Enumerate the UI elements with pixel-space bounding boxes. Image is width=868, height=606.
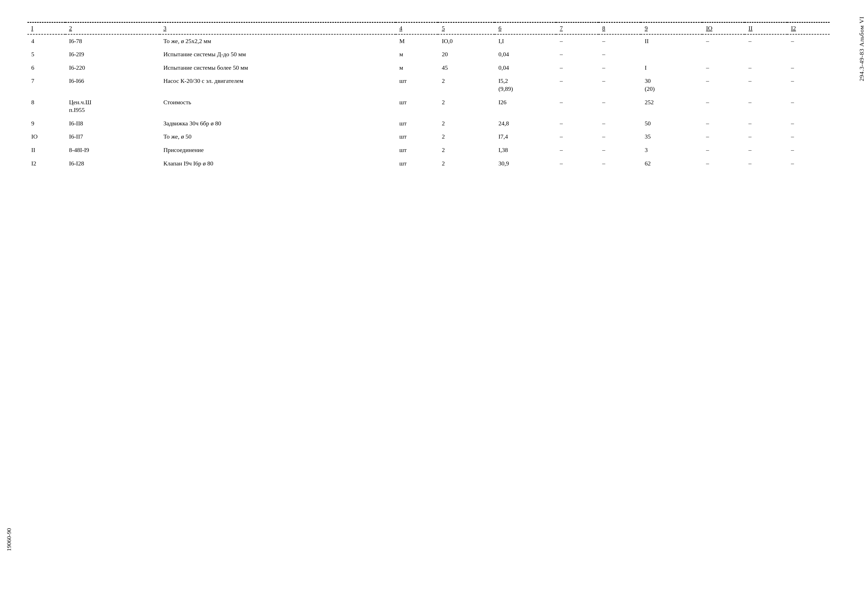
cell-2-6: – (556, 61, 598, 75)
header-col-5: 5 (438, 22, 494, 34)
cell-1-4: 20 (438, 48, 494, 61)
table-row: 6I6-220Испытание системы более 50 ммм450… (28, 61, 829, 75)
cell-8-6: – (556, 157, 598, 170)
header-col-2: 2 (65, 22, 160, 34)
table-row: 8Цен.ч.Шп.I955Стоимостьшт2I26––252––– (28, 96, 829, 117)
cell-4-3: шт (395, 96, 438, 117)
cell-8-2: Клапан I9ч I6р ø 80 (160, 157, 395, 170)
cell-5-11: – (787, 117, 829, 130)
cell-1-3: м (395, 48, 438, 61)
header-col-10: IO (702, 22, 745, 34)
main-table: I 2 3 4 5 6 7 8 9 IO II I2 4I6-78То же, … (28, 22, 829, 170)
cell-2-5: 0,04 (494, 61, 556, 75)
cell-3-2: Насос К-20/30 с эл. двигателем (160, 75, 395, 95)
cell-8-4: 2 (438, 157, 494, 170)
cell-4-4: 2 (438, 96, 494, 117)
cell-3-8: 30(20) (641, 75, 702, 95)
cell-0-2: То же, ø 25х2,2 мм (160, 34, 395, 48)
cell-4-0: 8 (28, 96, 65, 117)
cell-7-10: – (745, 143, 787, 157)
bottom-left-label: 19060-90 (6, 528, 12, 551)
cell-8-5: 30,9 (494, 157, 556, 170)
cell-2-0: 6 (28, 61, 65, 75)
cell-8-10: – (745, 157, 787, 170)
cell-7-7: – (598, 143, 641, 157)
cell-4-8: 252 (641, 96, 702, 117)
table-row: 5I6-2I9Испытание системы Д-до 50 ммм200,… (28, 48, 829, 61)
cell-6-10: – (745, 130, 787, 143)
cell-5-0: 9 (28, 117, 65, 130)
header-col-4: 4 (395, 22, 438, 34)
cell-6-0: IO (28, 130, 65, 143)
header-col-7: 7 (556, 22, 598, 34)
table-row: 9I6-II8Задвижка 30ч 6бр ø 80шт224,8––50–… (28, 117, 829, 130)
cell-0-3: М (395, 34, 438, 48)
cell-2-2: Испытание системы более 50 мм (160, 61, 395, 75)
cell-2-9: – (702, 61, 745, 75)
cell-7-4: 2 (438, 143, 494, 157)
cell-4-5: I26 (494, 96, 556, 117)
cell-7-0: II (28, 143, 65, 157)
header-col-1: I (28, 22, 65, 34)
header-col-11: II (745, 22, 787, 34)
cell-7-9: – (702, 143, 745, 157)
header-col-8: 8 (598, 22, 641, 34)
cell-2-11: – (787, 61, 829, 75)
cell-3-9: – (702, 75, 745, 95)
cell-1-1: I6-2I9 (65, 48, 160, 61)
cell-6-11: – (787, 130, 829, 143)
cell-7-11: – (787, 143, 829, 157)
cell-8-3: шт (395, 157, 438, 170)
cell-3-10: – (745, 75, 787, 95)
cell-7-1: 8-48I-I9 (65, 143, 160, 157)
cell-2-4: 45 (438, 61, 494, 75)
cell-6-3: шт (395, 130, 438, 143)
cell-0-1: I6-78 (65, 34, 160, 48)
cell-3-4: 2 (438, 75, 494, 95)
cell-1-5: 0,04 (494, 48, 556, 61)
cell-7-2: Присоединение (160, 143, 395, 157)
cell-2-1: I6-220 (65, 61, 160, 75)
cell-5-6: – (556, 117, 598, 130)
cell-2-10: – (745, 61, 787, 75)
cell-4-10: – (745, 96, 787, 117)
cell-0-11: – (787, 34, 829, 48)
cell-8-8: 62 (641, 157, 702, 170)
table-row: IOI6-II7То же, ø 50шт2I7,4––35––– (28, 130, 829, 143)
header-col-3: 3 (160, 22, 395, 34)
cell-8-9: – (702, 157, 745, 170)
cell-0-0: 4 (28, 34, 65, 48)
cell-6-6: – (556, 130, 598, 143)
cell-5-3: шт (395, 117, 438, 130)
cell-1-7: – (598, 48, 641, 61)
cell-5-8: 50 (641, 117, 702, 130)
cell-4-2: Стоимость (160, 96, 395, 117)
header-col-9: 9 (641, 22, 702, 34)
right-label: 294.3-49-83 Альбом VI (858, 17, 865, 81)
cell-1-6: – (556, 48, 598, 61)
cell-4-1: Цен.ч.Шп.I955 (65, 96, 160, 117)
page-container: 294.3-49-83 Альбом VI 19060-90 I 2 3 4 5… (0, 0, 868, 606)
cell-6-8: 35 (641, 130, 702, 143)
cell-3-11: – (787, 75, 829, 95)
cell-7-8: 3 (641, 143, 702, 157)
cell-5-9: – (702, 117, 745, 130)
cell-3-7: – (598, 75, 641, 95)
cell-2-8: I (641, 61, 702, 75)
cell-1-11 (787, 48, 829, 61)
cell-5-1: I6-II8 (65, 117, 160, 130)
table-row: II8-48I-I9Присоединениешт2I,38––3––– (28, 143, 829, 157)
table-row: I2I6-I28Клапан I9ч I6р ø 80шт230,9––62––… (28, 157, 829, 170)
cell-6-7: – (598, 130, 641, 143)
cell-4-11: – (787, 96, 829, 117)
cell-8-0: I2 (28, 157, 65, 170)
table-row: 7I6-I66Насос К-20/30 с эл. двигателемшт2… (28, 75, 829, 95)
cell-4-9: – (702, 96, 745, 117)
cell-4-7: – (598, 96, 641, 117)
cell-1-0: 5 (28, 48, 65, 61)
cell-5-4: 2 (438, 117, 494, 130)
cell-6-9: – (702, 130, 745, 143)
cell-3-1: I6-I66 (65, 75, 160, 95)
header-col-12: I2 (787, 22, 829, 34)
cell-5-7: – (598, 117, 641, 130)
